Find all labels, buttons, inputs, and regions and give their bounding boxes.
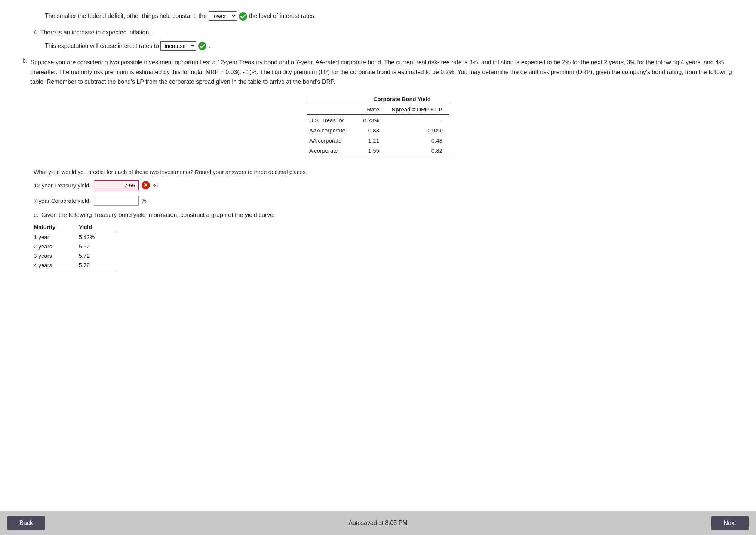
- maturity-table: Maturity Yield 1 year 5.42% 2 years 5.52…: [34, 222, 116, 270]
- item4-label: 4. There is an increase in expected infl…: [22, 28, 734, 37]
- corp-spread-cell: 0.10%: [386, 125, 449, 135]
- corp-spread-cell: —: [386, 115, 449, 125]
- yield-col-header: Yield: [79, 222, 116, 232]
- section-c-text: Given the following Treasury bond yield …: [41, 212, 275, 218]
- table-col1-header: [307, 104, 360, 115]
- treasury-yield-unit: %: [153, 182, 158, 189]
- table-corp-bond-yield-header: Corporate Bond Yield: [360, 94, 449, 104]
- increase-select-group: increase decrease: [160, 41, 207, 51]
- increase-select[interactable]: increase decrease: [160, 41, 196, 51]
- table-spread-header: Spread = DRP + LP: [386, 104, 449, 115]
- treasury-yield-input[interactable]: [94, 180, 139, 190]
- corp-rate-cell: 0.73%: [360, 115, 386, 125]
- yield-cell: 5.42%: [79, 232, 116, 242]
- main-content: The smaller the federal deficit, other t…: [0, 0, 756, 511]
- top-after-text: the level of interest rates.: [249, 13, 316, 19]
- maturity-header-row: Maturity Yield: [34, 222, 116, 232]
- yield-cell: 5.78: [79, 260, 116, 270]
- back-button[interactable]: Back: [7, 516, 45, 530]
- lower-select[interactable]: lower higher: [209, 11, 237, 21]
- section-b-text: Suppose you are considering two possible…: [30, 58, 734, 87]
- corp-rate-cell: 0.83: [360, 125, 386, 135]
- footer: Back Autosaved at 8:05 PM Next: [0, 511, 756, 535]
- corp-bond-table: Corporate Bond Yield Rate Spread = DRP +…: [307, 94, 449, 156]
- corp-rate-cell: 1.55: [360, 146, 386, 156]
- corp-label-cell: AAA corporate: [307, 125, 360, 135]
- maturity-table-body: 1 year 5.42% 2 years 5.52 3 years 5.72 4…: [34, 232, 116, 270]
- corp-table-row: U.S. Treasury 0.73% —: [307, 115, 449, 125]
- maturity-cell: 3 years: [34, 251, 79, 260]
- increase-check-icon: [198, 41, 207, 51]
- top-before-text: The smaller the federal deficit, other t…: [45, 13, 207, 19]
- yield-cell: 5.52: [79, 242, 116, 251]
- svg-point-0: [239, 12, 247, 21]
- corporate-yield-row: 7-year Corporate yield: %: [34, 196, 734, 206]
- corp-spread-cell: 0.82: [386, 146, 449, 156]
- autosave-text: Autosaved at 8:05 PM: [45, 520, 711, 526]
- corporate-yield-label: 7-year Corporate yield:: [34, 198, 91, 204]
- maturity-table-row: 4 years 5.78: [34, 260, 116, 270]
- corp-bond-table-wrapper: Corporate Bond Yield Rate Spread = DRP +…: [22, 94, 734, 163]
- corp-table-body: U.S. Treasury 0.73% — AAA corporate 0.83…: [307, 115, 449, 156]
- maturity-cell: 4 years: [34, 260, 79, 270]
- table-header-row: Rate Spread = DRP + LP: [307, 104, 449, 115]
- corporate-yield-input[interactable]: [94, 196, 139, 206]
- corp-label-cell: U.S. Treasury: [307, 115, 360, 125]
- svg-point-1: [198, 42, 206, 50]
- maturity-table-row: 3 years 5.72: [34, 251, 116, 260]
- lower-check-icon: [239, 11, 248, 21]
- treasury-error-icon[interactable]: ✕: [142, 181, 150, 189]
- section-b-label: b.: [22, 58, 27, 64]
- section-c-header: c. Given the following Treasury bond yie…: [34, 212, 734, 218]
- maturity-table-row: 2 years 5.52: [34, 242, 116, 251]
- corp-label-cell: A corporate: [307, 146, 360, 156]
- treasury-yield-label: 12-year Treasury yield:: [34, 182, 91, 189]
- treasury-yield-row: 12-year Treasury yield: ✕ %: [34, 180, 734, 190]
- maturity-col-header: Maturity: [34, 222, 79, 232]
- lower-select-group: lower higher: [209, 11, 248, 21]
- section-b-header: b. Suppose you are considering two possi…: [22, 58, 734, 94]
- section-b: b. Suppose you are considering two possi…: [22, 58, 734, 206]
- next-button[interactable]: Next: [711, 516, 749, 530]
- corp-table-row: AAA corporate 0.83 0.10%: [307, 125, 449, 135]
- maturity-cell: 2 years: [34, 242, 79, 251]
- yield-question: What yield would you predict for each of…: [22, 169, 734, 175]
- yield-cell: 5.72: [79, 251, 116, 260]
- table-header-top: Corporate Bond Yield: [307, 94, 449, 104]
- item4-before: This expectation will cause interest rat…: [45, 43, 159, 49]
- table-col-label-header: [307, 94, 360, 104]
- maturity-table-row: 1 year 5.42%: [34, 232, 116, 242]
- corp-spread-cell: 0.48: [386, 135, 449, 146]
- maturity-cell: 1 year: [34, 232, 79, 242]
- top-sentence-line: The smaller the federal deficit, other t…: [22, 11, 734, 21]
- section-c: c. Given the following Treasury bond yie…: [22, 212, 734, 270]
- item4-period: .: [209, 43, 210, 49]
- corp-table-row: A corporate 1.55 0.82: [307, 146, 449, 156]
- item4-sub: This expectation will cause interest rat…: [22, 41, 734, 51]
- corporate-yield-unit: %: [142, 198, 147, 204]
- yield-inputs: 12-year Treasury yield: ✕ % 7-year Corpo…: [22, 180, 734, 206]
- corp-table-row: AA corporate 1.21 0.48: [307, 135, 449, 146]
- corp-rate-cell: 1.21: [360, 135, 386, 146]
- section-c-label: c.: [34, 212, 38, 218]
- corp-label-cell: AA corporate: [307, 135, 360, 146]
- table-rate-header: Rate: [360, 104, 386, 115]
